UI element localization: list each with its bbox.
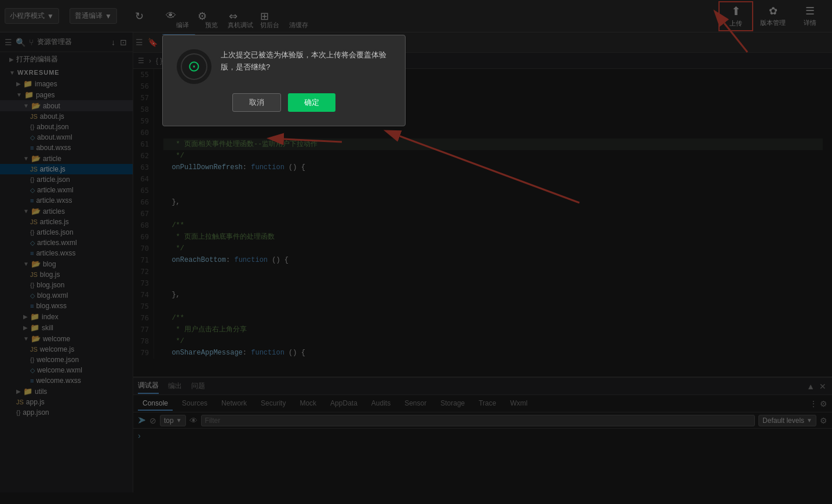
preview-label: 预览 [197, 21, 226, 30]
tree-item-about-js[interactable]: JS about.js [0, 111, 133, 122]
bottom-tab-problems[interactable]: 问题 [191, 379, 205, 393]
devtools-tab-sensor[interactable]: Sensor [400, 397, 431, 411]
tree-item-blog-js[interactable]: JS blog.js [0, 269, 133, 280]
refresh-icon: ↻ [135, 10, 144, 23]
console-stop-icon[interactable]: ⊘ [149, 416, 156, 425]
sidebar-menu-icon[interactable]: ☰ [5, 38, 12, 47]
console-forward-icon[interactable]: ⮞ [138, 416, 146, 425]
upload-label: 上传 [729, 19, 742, 28]
bottom-panel: 调试器 编出 问题 ▲ ✕ Console Sources Network Se… [133, 377, 832, 492]
refresh-button[interactable]: ↻ [125, 2, 154, 30]
bottom-tab-debugger[interactable]: 调试器 [138, 378, 159, 394]
tree-item-articles-wxss[interactable]: ≡ articles.wxss [0, 248, 133, 258]
editor-chevron-icon[interactable]: › [149, 57, 151, 65]
modal-message: 上次提交已被选为体验版，本次上传将会覆盖体验版，是否继续? [221, 49, 391, 74]
tree-item-blog-json[interactable]: {} blog.json [0, 280, 133, 290]
panel-close-icon[interactable]: ✕ [818, 381, 827, 392]
tree-item-article-wxml[interactable]: ◇ article.wxml [0, 185, 133, 195]
tree-item-about[interactable]: ▼ 📂 about [0, 100, 133, 111]
line-numbers: 5556575859606162636465666768697071727374… [133, 69, 154, 359]
tree-item-utils[interactable]: ▶ 📁 utils [0, 386, 133, 397]
tree-item-blog-wxss[interactable]: ≡ blog.wxss [0, 301, 133, 311]
sidebar: ☰ 🔍 ⑂ 资源管理器 ↓ ⊡ ▶ 打开的编辑器 ▼ WXRESUME [0, 32, 133, 492]
devtools-tab-security[interactable]: Security [256, 397, 290, 411]
devtools-tab-console[interactable]: Console [138, 397, 173, 411]
tree-item-welcome-js[interactable]: JS welcome.js [0, 344, 133, 355]
devtools-tab-wxml[interactable]: Wxml [505, 397, 532, 411]
devtools-toolbar: ⮞ ⊘ top ▼ 👁 Default levels ▼ ⚙ [133, 412, 832, 429]
bottom-tab-output[interactable]: 编出 [168, 379, 182, 393]
detail-button[interactable]: ☰ 详情 [793, 1, 827, 31]
mode-dropdown[interactable]: 小程序模式 ▼ [5, 8, 59, 24]
tree-item-article-json[interactable]: {} article.json [0, 174, 133, 185]
tree-item-appjson[interactable]: {} app.json [0, 407, 133, 418]
detail-label: 详情 [804, 19, 816, 27]
project-section[interactable]: ▼ WXRESUME [0, 67, 133, 78]
tree-item-index[interactable]: ▶ 📁 index [0, 311, 133, 322]
tree-item-article-js[interactable]: JS article.js [0, 164, 133, 174]
devtools-tab-sources[interactable]: Sources [177, 397, 212, 411]
devtools-settings-icon[interactable]: ⚙ [820, 399, 827, 408]
sidebar-branch-icon[interactable]: ⑂ [29, 38, 34, 47]
devtools-tab-mock[interactable]: Mock [295, 397, 321, 411]
version-mgr-button[interactable]: ✿ 版本管理 [756, 1, 790, 31]
tree-item-welcome-wxml[interactable]: ◇ welcome.wxml [0, 365, 133, 375]
compile-dropdown[interactable]: 普通编译 ▼ [70, 8, 117, 24]
console-output: › [133, 429, 832, 492]
eye-filter-icon[interactable]: 👁 [189, 416, 198, 425]
code-line-78: */ [163, 335, 823, 347]
json-icon-2: {} [30, 176, 34, 183]
tree-item-appjs[interactable]: JS app.js [0, 397, 133, 407]
level-selector[interactable]: Default levels ▼ [758, 415, 816, 426]
sidebar-split-icon[interactable]: ⊡ [119, 36, 128, 48]
devtools-tab-network[interactable]: Network [217, 397, 251, 411]
modal-buttons: 取消 确定 [177, 93, 391, 112]
tree-item-images[interactable]: ▶ 📁 images [0, 78, 133, 89]
tree-item-welcome-json[interactable]: {} welcome.json [0, 355, 133, 365]
tree-item-article[interactable]: ▼ 📂 article [0, 153, 133, 164]
panel-up-icon[interactable]: ▲ [805, 381, 816, 392]
tree-item-article-wxss[interactable]: ≡ article.wxss [0, 195, 133, 206]
tree-item-articles-json[interactable]: {} articles.json [0, 227, 133, 238]
devtools-tabs: Console Sources Network Security Mock Ap… [133, 395, 832, 412]
tree-item-articles[interactable]: ▼ 📂 articles [0, 206, 133, 217]
tree-item-about-wxss[interactable]: ≡ about.wxss [0, 143, 133, 153]
tree-item-skill[interactable]: ▶ 📁 skill [0, 322, 133, 333]
devtools-tab-appdata[interactable]: AppData [326, 397, 362, 411]
folder-articles-icon: 📂 [31, 207, 41, 216]
open-editors-section[interactable]: ▶ 打开的编辑器 [0, 52, 133, 67]
devtools-tab-audits[interactable]: Audits [367, 397, 395, 411]
modal-cancel-button[interactable]: 取消 [232, 93, 281, 112]
top-selector-chevron[interactable]: ▼ [176, 417, 182, 423]
tree-item-blog[interactable]: ▼ 📂 blog [0, 258, 133, 269]
folder-utils-icon: 📁 [23, 387, 32, 396]
devtools-tab-trace[interactable]: Trace [474, 397, 501, 411]
folder-index-icon: 📁 [30, 312, 39, 321]
editor-list-icon[interactable]: ☰ [138, 57, 144, 65]
filter-input[interactable] [201, 415, 755, 426]
sidebar-add-icon[interactable]: ↓ [110, 36, 116, 48]
upload-button[interactable]: ⬆ 上传 [718, 1, 753, 31]
modal-confirm-button[interactable]: 确定 [288, 93, 335, 112]
devtools-tab-storage[interactable]: Storage [436, 397, 469, 411]
editor-bookmark-icon[interactable]: 🔖 [148, 38, 158, 47]
devtools-more-icon[interactable]: ⋮ [809, 399, 818, 408]
sidebar-title: 资源管理器 [37, 37, 72, 47]
level-label: Default levels [762, 417, 804, 425]
tree-item-articles-wxml[interactable]: ◇ articles.wxml [0, 238, 133, 248]
editor-menu-icon[interactable]: ☰ [136, 38, 143, 47]
tree-item-welcome[interactable]: ▼ 📂 welcome [0, 333, 133, 344]
compile-action-label: 编译 [168, 21, 197, 30]
wxss-icon-2: ≡ [30, 197, 34, 204]
console-settings-icon[interactable]: ⚙ [820, 416, 827, 425]
tree-item-about-json[interactable]: {} about.json [0, 122, 133, 132]
project-chevron: ▼ [9, 70, 15, 76]
tree-item-blog-wxml[interactable]: ◇ blog.wxml [0, 290, 133, 301]
tree-item-about-wxml[interactable]: ◇ about.wxml [0, 132, 133, 143]
console-chevron[interactable]: › [138, 431, 141, 440]
sidebar-search-icon[interactable]: 🔍 [16, 38, 25, 47]
tree-item-articles-js[interactable]: JS articles.js [0, 217, 133, 227]
tree-item-welcome-wxss[interactable]: ≡ welcome.wxss [0, 375, 133, 386]
tree-item-pages[interactable]: ▼ 📁 pages [0, 89, 133, 100]
js-icon-4: JS [30, 271, 38, 278]
